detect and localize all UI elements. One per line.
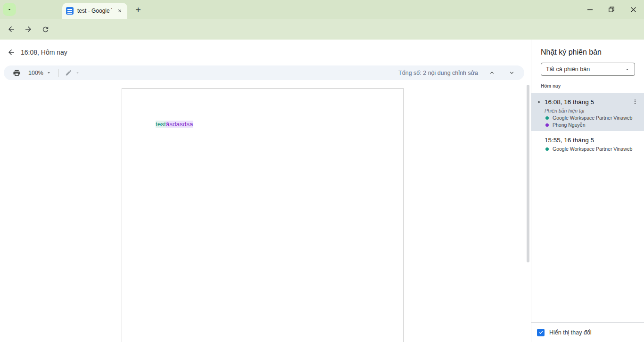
zoom-dropdown-icon[interactable]: [46, 70, 51, 75]
author-name: Google Workspace Partner Vinaweb: [553, 146, 632, 152]
version-history-sidebar: Nhật ký phiên bản Tất cả phiên bản Hôm n…: [531, 40, 644, 342]
dropdown-caret-icon: [625, 67, 630, 72]
author-row: Phong Nguyễn: [545, 122, 644, 128]
toolbar-divider: [58, 69, 58, 77]
tab-strip: test - Google Tài liệu +: [0, 0, 644, 19]
browser-toolbar: docs.google.com/document/d/1GdgVea7jA6CC…: [0, 19, 644, 40]
show-changes-label: Hiển thị thay đổi: [549, 329, 592, 336]
insertion-author2: âsdasdsa: [166, 121, 193, 128]
tab-title: test - Google Tài liệu: [77, 8, 112, 14]
author-row: Google Workspace Partner Vinaweb: [545, 146, 644, 152]
docs-version-history: 16:08, Hôm nay 100% Tổng số: [0, 40, 644, 342]
author-row: Google Workspace Partner Vinaweb: [545, 115, 644, 121]
insertion-author1: test: [156, 121, 166, 128]
preview-toolbar: 100% Tổng số: 2 nội dung chỉnh sửa: [4, 65, 524, 80]
edit-count-label: Tổng số: 2 nội dung chỉnh sửa: [398, 70, 478, 76]
forward-icon[interactable]: [22, 23, 35, 36]
window-controls: [579, 0, 644, 19]
vertical-scrollbar[interactable]: [527, 85, 529, 262]
version-title: 16:08, Hôm nay: [21, 49, 67, 56]
tab-search-button[interactable]: [3, 3, 16, 16]
new-tab-button[interactable]: +: [132, 4, 144, 16]
show-changes-checkbox[interactable]: [537, 329, 545, 336]
version-time: 16:08, 16 tháng 5: [545, 98, 630, 106]
version-time: 15:55, 16 tháng 5: [545, 137, 640, 144]
back-icon[interactable]: [5, 23, 18, 36]
version-entry-current[interactable]: 16:08, 16 tháng 5 Phiên bản hiện tại Goo…: [531, 93, 644, 131]
author-color-dot: [545, 147, 549, 151]
mode-dropdown-icon: [75, 70, 80, 75]
zoom-level: 100%: [28, 70, 43, 76]
tab-close-icon[interactable]: [116, 7, 124, 15]
print-icon[interactable]: [10, 67, 23, 79]
section-label-today: Hôm nay: [541, 83, 561, 89]
version-filter-dropdown[interactable]: Tất cả phiên bản: [541, 63, 635, 76]
chevron-down-icon: [7, 7, 12, 12]
version-entry[interactable]: 15:55, 16 tháng 5 Google Workspace Partn…: [531, 132, 644, 154]
author-color-dot: [545, 116, 549, 120]
document-page[interactable]: testâsdasdsa: [122, 88, 404, 342]
author-name: Phong Nguyễn: [553, 122, 585, 128]
reload-icon[interactable]: [39, 23, 52, 36]
minimize-button[interactable]: [579, 0, 601, 19]
current-version-note: Phiên bản hiện tại: [545, 108, 644, 114]
author-color-dot: [545, 123, 549, 127]
expand-triangle-icon[interactable]: [535, 98, 543, 106]
document-text: testâsdasdsa: [156, 121, 193, 128]
version-filter-value: Tất cả phiên bản: [546, 66, 625, 73]
back-arrow-icon[interactable]: [3, 44, 20, 61]
google-docs-favicon-icon: [66, 7, 74, 15]
sidebar-title: Nhật ký phiên bản: [541, 48, 644, 57]
previous-edit-icon[interactable]: [486, 67, 498, 79]
version-header: 16:08, Hôm nay: [0, 40, 531, 65]
next-edit-icon[interactable]: [505, 67, 518, 79]
close-window-button[interactable]: [622, 0, 644, 19]
browser-window: test - Google Tài liệu +: [0, 0, 644, 342]
author-name: Google Workspace Partner Vinaweb: [553, 115, 632, 121]
version-kebab-icon[interactable]: [630, 97, 640, 106]
restore-button[interactable]: [601, 0, 622, 19]
browser-tab-active[interactable]: test - Google Tài liệu: [62, 3, 127, 19]
sidebar-footer: Hiển thị thay đổi: [531, 322, 644, 342]
editing-mode-pen-icon: [65, 69, 72, 76]
